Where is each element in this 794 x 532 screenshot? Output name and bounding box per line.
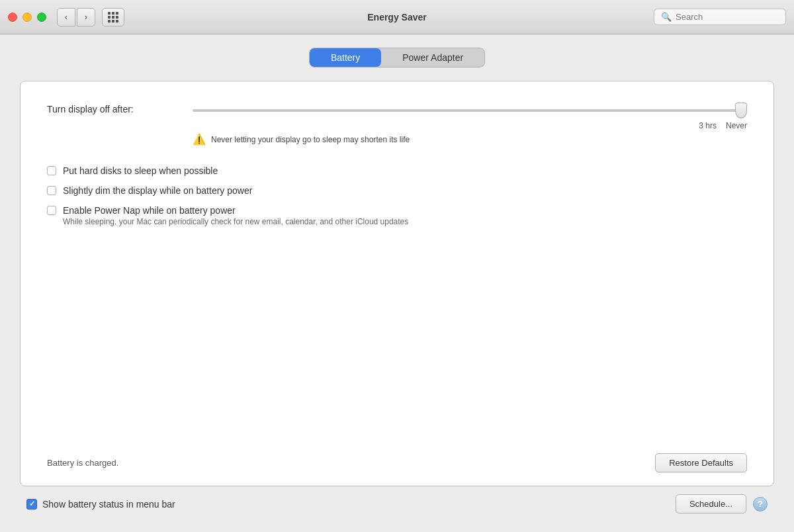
tab-battery[interactable]: Battery	[310, 48, 381, 67]
tab-group: Battery Power Adapter	[309, 48, 485, 67]
apps-grid-button[interactable]	[102, 8, 124, 26]
main-content: Battery Power Adapter Turn display off a…	[0, 34, 794, 532]
slider-section: Turn display off after: 3 hrs Never ⚠️ N…	[47, 101, 747, 146]
svg-rect-4	[112, 16, 114, 19]
tab-container: Battery Power Adapter	[20, 48, 774, 67]
svg-rect-0	[108, 12, 110, 15]
schedule-button[interactable]: Schedule...	[676, 494, 746, 513]
svg-rect-2	[116, 12, 118, 15]
checkbox-hard-disks: Put hard disks to sleep when possible	[47, 165, 747, 176]
display-sleep-slider[interactable]	[193, 109, 747, 112]
power-nap-checkbox[interactable]	[47, 206, 56, 215]
svg-rect-6	[108, 20, 110, 22]
help-button[interactable]: ?	[753, 497, 768, 511]
svg-rect-3	[108, 16, 110, 19]
dim-display-label: Slightly dim the display while on batter…	[63, 185, 252, 196]
minimize-button[interactable]	[22, 13, 32, 22]
show-battery-checkbox[interactable]: ✓	[26, 499, 37, 510]
checkbox-dim-display: Slightly dim the display while on batter…	[47, 185, 747, 196]
bottom-bar: ✓ Show battery status in menu bar Schedu…	[20, 486, 774, 519]
hard-disks-checkbox[interactable]	[47, 166, 56, 175]
show-battery-label: Show battery status in menu bar	[42, 499, 175, 510]
close-button[interactable]	[8, 13, 17, 22]
dim-display-checkbox[interactable]	[47, 186, 56, 195]
slider-wrapper: 3 hrs Never ⚠️ Never letting your displa…	[193, 101, 747, 146]
forward-button[interactable]: ›	[77, 8, 95, 26]
nav-buttons: ‹ ›	[57, 8, 95, 26]
search-input[interactable]	[676, 12, 779, 22]
restore-defaults-button[interactable]: Restore Defaults	[655, 453, 747, 472]
show-battery-check: ✓ Show battery status in menu bar	[26, 499, 175, 510]
warning-text: Never letting your display go to sleep m…	[211, 135, 410, 144]
title-bar: ‹ › Energy Saver 🔍	[0, 0, 794, 34]
slider-label: Turn display off after:	[47, 101, 179, 114]
checkmark-icon: ✓	[29, 500, 35, 508]
power-nap-sublabel: While sleeping, your Mac can periodicall…	[63, 217, 408, 226]
traffic-lights	[8, 13, 46, 22]
slider-track-container	[193, 101, 747, 120]
window-title: Energy Saver	[367, 12, 427, 22]
slider-label-never: Never	[726, 121, 747, 130]
hard-disks-text: Put hard disks to sleep when possible	[63, 165, 218, 176]
maximize-button[interactable]	[37, 13, 46, 22]
warning-icon: ⚠️	[193, 133, 206, 146]
power-nap-text: Enable Power Nap while on battery power …	[63, 205, 408, 226]
tab-power-adapter[interactable]: Power Adapter	[381, 48, 484, 67]
svg-rect-5	[116, 16, 118, 19]
panel-footer: Battery is charged. Restore Defaults	[47, 440, 747, 472]
back-button[interactable]: ‹	[57, 8, 75, 26]
dim-display-text: Slightly dim the display while on batter…	[63, 185, 252, 196]
svg-rect-8	[116, 20, 118, 22]
svg-rect-7	[112, 20, 114, 22]
checkbox-section: Put hard disks to sleep when possible Sl…	[47, 165, 747, 226]
hard-disks-label: Put hard disks to sleep when possible	[63, 165, 218, 176]
slider-warning: ⚠️ Never letting your display go to slee…	[193, 133, 747, 146]
svg-rect-1	[112, 12, 114, 15]
bottom-buttons: Schedule... ?	[676, 494, 768, 513]
checkbox-power-nap: Enable Power Nap while on battery power …	[47, 205, 747, 226]
power-nap-label: Enable Power Nap while on battery power	[63, 205, 408, 216]
search-icon: 🔍	[661, 12, 672, 22]
search-box[interactable]: 🔍	[654, 9, 786, 25]
settings-panel: Turn display off after: 3 hrs Never ⚠️ N…	[20, 81, 774, 486]
battery-status: Battery is charged.	[47, 458, 118, 468]
slider-label-3hrs: 3 hrs	[699, 121, 717, 130]
